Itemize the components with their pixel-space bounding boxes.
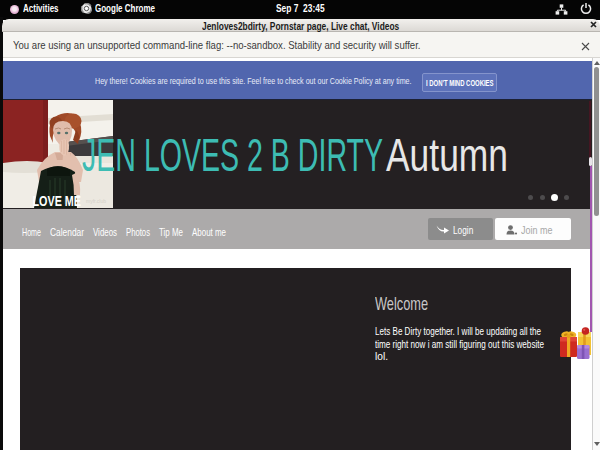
- svg-text:About me: About me: [192, 226, 226, 238]
- svg-text:LOVE ME: LOVE ME: [32, 192, 81, 209]
- svg-text:Videos: Videos: [93, 226, 117, 238]
- svg-text:myfr.club: myfr.club: [86, 198, 106, 204]
- svg-text:Calendar: Calendar: [50, 226, 84, 238]
- svg-text:Photos: Photos: [126, 226, 150, 238]
- svg-text:Welcome: Welcome: [375, 293, 428, 314]
- svg-text:Autumn: Autumn: [386, 129, 508, 178]
- svg-text:lol.: lol.: [375, 350, 388, 362]
- svg-text:JEN LOVES 2 B DIRTY: JEN LOVES 2 B DIRTY: [82, 129, 383, 178]
- svg-text:Lets Be Dirty together. I will: Lets Be Dirty together. I will be updati…: [375, 325, 541, 337]
- svg-text:Tip Me: Tip Me: [159, 226, 183, 238]
- svg-text:time right now i am still figu: time right now i am still figuring out t…: [375, 338, 544, 350]
- svg-text:Home: Home: [22, 226, 41, 238]
